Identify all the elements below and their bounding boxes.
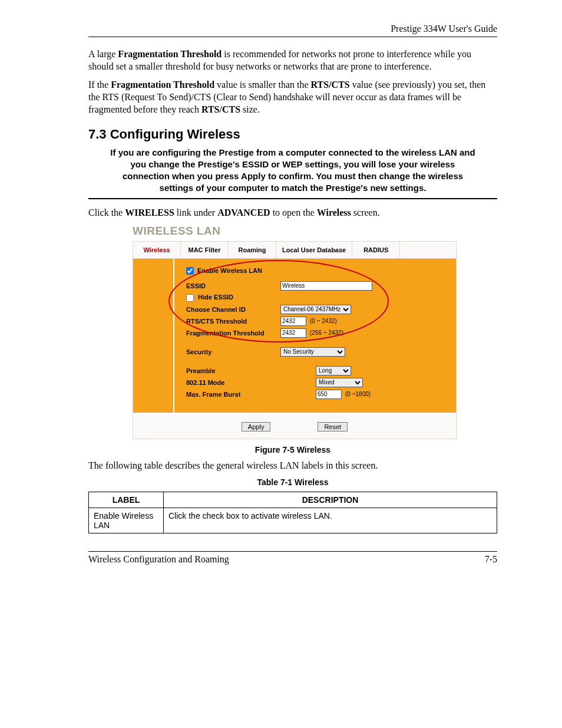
bold: ADVANCED	[217, 207, 270, 218]
cell-label: Enable Wireless LAN	[89, 508, 164, 533]
frag-input[interactable]	[280, 328, 306, 338]
cell-desc: Click the check box to activate wireless…	[164, 508, 497, 533]
warning-note: If you are configuring the Prestige from…	[88, 147, 497, 199]
text: value is smaller than the	[214, 80, 311, 90]
hide-essid-text: Hide ESSID	[198, 294, 233, 301]
tab-radius[interactable]: RADIUS	[352, 242, 400, 258]
bold: Fragmentation Threshold	[118, 49, 222, 59]
bold: Wireless	[317, 207, 351, 218]
enable-wireless-label: Enable Wireless LAN	[197, 267, 262, 274]
bold: Fragmentation Threshold	[111, 80, 214, 90]
text: screen.	[351, 207, 380, 218]
rts-range: (0 ~ 2432)	[310, 318, 337, 324]
mode-select[interactable]: Mixed	[316, 378, 363, 387]
tab-roaming[interactable]: Roaming	[229, 242, 276, 258]
reset-button[interactable]: Reset	[318, 422, 348, 431]
th-desc: DESCRIPTION	[164, 492, 497, 508]
tab-bar: Wireless MAC Filter Roaming Local User D…	[133, 242, 456, 259]
label-essid: ESSID	[186, 282, 280, 289]
paragraph: The following table describes the genera…	[88, 459, 497, 472]
label-rts: RTS/CTS Threshold	[186, 318, 280, 325]
label-frag: Fragmentation Threshold	[186, 330, 280, 337]
text: link under	[174, 207, 217, 218]
rule	[88, 37, 497, 37]
section-heading: 7.3 Configuring Wireless	[88, 127, 497, 142]
preamble-select[interactable]: Long	[316, 366, 351, 375]
footer-page: 7-5	[485, 554, 497, 565]
text: to open the	[270, 207, 317, 218]
paragraph: A large Fragmentation Threshold is recom…	[88, 48, 497, 73]
config-panel: Enable Wireless LAN ESSID Hide ESSID Cho…	[133, 259, 456, 414]
rule	[88, 551, 497, 552]
figure-wireless-config: WIRELESS LAN Wireless MAC Filter Roaming…	[133, 225, 457, 439]
text: If the	[88, 80, 111, 90]
footer-section: Wireless Configuration and Roaming	[88, 554, 229, 565]
label-security: Security	[186, 348, 280, 355]
apply-button[interactable]: Apply	[242, 422, 271, 431]
label-preamble: Preamble	[186, 367, 316, 374]
text: A large	[88, 49, 118, 59]
doc-header: Prestige 334W User's Guide	[88, 24, 497, 34]
tab-mac-filter[interactable]: MAC Filter	[181, 242, 229, 258]
bold: RTS/CTS	[201, 104, 240, 114]
security-select[interactable]: No Security	[280, 347, 345, 357]
burst-range: (0 ~1800)	[345, 391, 371, 397]
table-caption: Table 7-1 Wireless	[88, 477, 497, 487]
enable-wireless-checkbox[interactable]	[186, 267, 194, 275]
essid-input[interactable]	[280, 281, 372, 291]
burst-input[interactable]	[316, 390, 342, 399]
channel-select[interactable]: Channel-06 2437MHz	[280, 305, 351, 314]
wireless-table: LABEL DESCRIPTION Enable Wireless LAN Cl…	[88, 492, 497, 533]
label-channel: Choose Channel ID	[186, 306, 280, 313]
paragraph: Click the WIRELESS link under ADVANCED t…	[88, 206, 497, 219]
label-hide-essid: Hide ESSID	[186, 294, 289, 302]
text: size.	[240, 104, 260, 114]
bold: WIRELESS	[125, 207, 174, 218]
label-mode: 802.11 Mode	[186, 379, 316, 386]
label-burst: Max. Frame Burst	[186, 391, 316, 398]
text: Click the	[88, 207, 125, 218]
bold: RTS/CTS	[311, 80, 350, 90]
page: Prestige 334W User's Guide A large Fragm…	[0, 0, 562, 728]
table-row: Enable Wireless LAN Click the check box …	[89, 508, 497, 533]
button-row: Apply Reset	[133, 422, 456, 431]
th-label: LABEL	[89, 492, 164, 508]
frag-range: (256 ~ 2432)	[310, 330, 343, 336]
hide-essid-checkbox[interactable]	[186, 294, 194, 302]
tab-wireless[interactable]: Wireless	[133, 242, 181, 258]
figure-heading: WIRELESS LAN	[133, 225, 457, 238]
page-footer: Wireless Configuration and Roaming 7-5	[88, 554, 497, 565]
config-card: Wireless MAC Filter Roaming Local User D…	[133, 241, 457, 439]
rts-input[interactable]	[280, 317, 306, 326]
paragraph: If the Fragmentation Threshold value is …	[88, 78, 497, 116]
figure-caption: Figure 7-5 Wireless	[88, 445, 497, 454]
tab-local-user-db[interactable]: Local User Database	[276, 242, 352, 258]
